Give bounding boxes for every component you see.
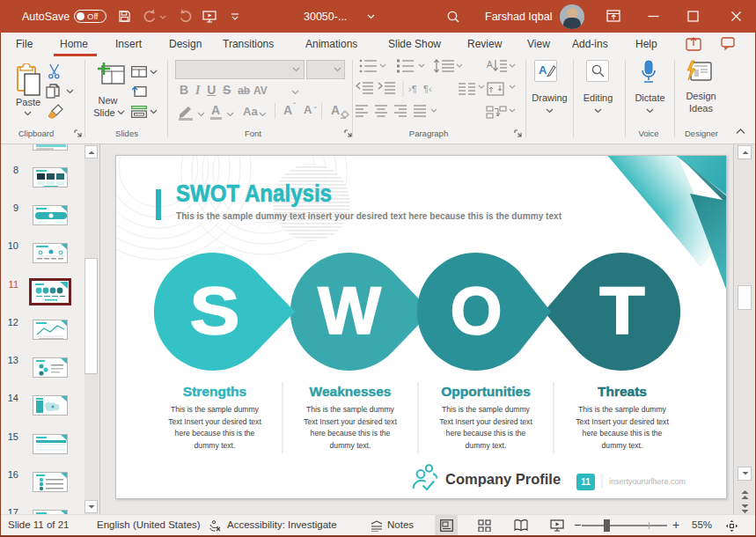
svg-text:T: T <box>599 273 645 348</box>
svg-text:This is the sample dummy: This is the sample dummy <box>306 405 395 414</box>
svg-text:here because this is the: here because this is the <box>175 429 255 438</box>
svg-text:dummy text.: dummy text. <box>466 441 507 450</box>
svg-text:S: S <box>190 273 240 348</box>
svg-text:Company Profile: Company Profile <box>445 471 561 487</box>
svg-text:This is the sample dummy: This is the sample dummy <box>442 405 531 414</box>
svg-text:Text Insert your desired text: Text Insert your desired text <box>576 417 669 426</box>
svg-text:Text Insert your desired text: Text Insert your desired text <box>304 417 397 426</box>
svg-text:This is the sample dummy text: This is the sample dummy text insert you… <box>176 210 561 221</box>
svg-text:dummy text.: dummy text. <box>195 441 236 450</box>
svg-text:Strengths: Strengths <box>183 384 246 399</box>
svg-text:›¶: ›¶ <box>408 84 417 94</box>
svg-text:dummy text.: dummy text. <box>330 441 371 450</box>
svg-text:11: 11 <box>581 477 591 487</box>
svg-text:¶‹: ¶‹ <box>423 84 432 94</box>
svg-text:here because this is the: here because this is the <box>446 429 526 438</box>
svg-text:insertyoururlhere.com: insertyoururlhere.com <box>609 477 686 486</box>
svg-text:Text Insert your desired text: Text Insert your desired text <box>168 417 261 426</box>
svg-text:Opportunities: Opportunities <box>441 384 531 399</box>
svg-text:Weaknesses: Weaknesses <box>310 384 392 399</box>
svg-text:A: A <box>487 60 493 70</box>
svg-text:here because this is the: here because this is the <box>311 429 391 438</box>
svg-text:Text Insert your desired text: Text Insert your desired text <box>439 417 532 426</box>
svg-text:O: O <box>450 273 502 348</box>
svg-text:This is the sample dummy: This is the sample dummy <box>171 405 260 414</box>
svg-text:here because this is the: here because this is the <box>583 429 663 438</box>
svg-text:W: W <box>318 273 381 348</box>
svg-text:dummy text.: dummy text. <box>602 441 643 450</box>
svg-text:This is the sample dummy: This is the sample dummy <box>578 405 667 414</box>
svg-text:Threats: Threats <box>598 384 647 399</box>
svg-text:SWOT Analysis: SWOT Analysis <box>176 180 332 207</box>
